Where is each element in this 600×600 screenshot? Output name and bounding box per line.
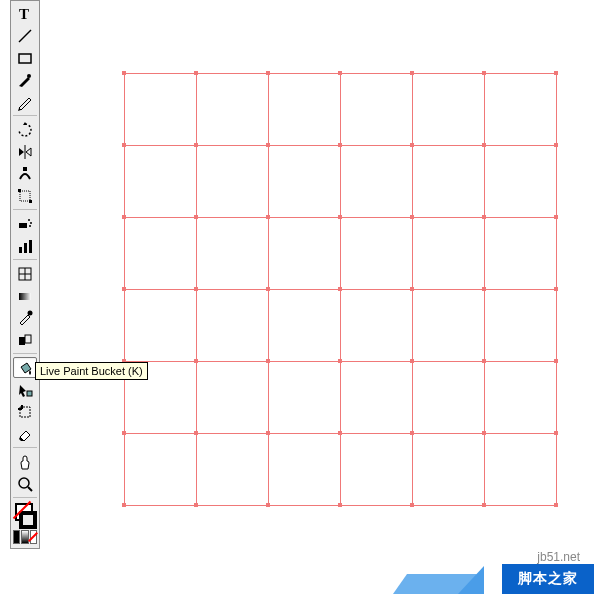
- eraser-tool[interactable]: [13, 423, 37, 444]
- grid-line: [268, 73, 269, 505]
- anchor-point[interactable]: [194, 359, 198, 363]
- anchor-point[interactable]: [482, 431, 486, 435]
- hand-tool[interactable]: [13, 451, 37, 472]
- eyedropper-tool-icon: [16, 309, 34, 327]
- tooltip-text: Live Paint Bucket (K): [40, 365, 143, 377]
- svg-rect-2: [19, 54, 31, 63]
- color-mode-gradient[interactable]: [21, 530, 28, 544]
- anchor-point[interactable]: [266, 359, 270, 363]
- eyedropper-tool[interactable]: [13, 307, 37, 328]
- anchor-point[interactable]: [482, 215, 486, 219]
- anchor-point[interactable]: [194, 431, 198, 435]
- anchor-point[interactable]: [410, 503, 414, 507]
- anchor-point[interactable]: [266, 71, 270, 75]
- blend-tool[interactable]: [13, 329, 37, 350]
- svg-rect-19: [19, 293, 31, 300]
- anchor-point[interactable]: [554, 143, 558, 147]
- paintbrush-tool[interactable]: [13, 69, 37, 90]
- grid-line: [556, 73, 557, 505]
- mesh-tool-icon: [16, 265, 34, 283]
- crop-area-tool[interactable]: [13, 401, 37, 422]
- canvas[interactable]: [0, 0, 600, 600]
- anchor-point[interactable]: [194, 287, 198, 291]
- anchor-point[interactable]: [338, 359, 342, 363]
- anchor-point[interactable]: [410, 431, 414, 435]
- line-segment-tool[interactable]: [13, 25, 37, 46]
- anchor-point[interactable]: [410, 143, 414, 147]
- live-paint-selection-tool-icon: [16, 381, 34, 399]
- grid-line: [484, 73, 485, 505]
- anchor-point[interactable]: [338, 71, 342, 75]
- anchor-point[interactable]: [194, 215, 198, 219]
- svg-rect-13: [19, 247, 22, 253]
- symbol-sprayer-tool[interactable]: [13, 213, 37, 234]
- tools-panel: T: [10, 0, 40, 549]
- fill-stroke-proxy[interactable]: [13, 501, 37, 529]
- anchor-point[interactable]: [122, 71, 126, 75]
- anchor-point[interactable]: [554, 359, 558, 363]
- anchor-point[interactable]: [410, 287, 414, 291]
- mesh-tool[interactable]: [13, 263, 37, 284]
- rotate-tool[interactable]: [13, 119, 37, 140]
- anchor-point[interactable]: [482, 143, 486, 147]
- anchor-point[interactable]: [554, 503, 558, 507]
- anchor-point[interactable]: [338, 143, 342, 147]
- zoom-tool-icon: [16, 475, 34, 493]
- anchor-point[interactable]: [554, 215, 558, 219]
- anchor-point[interactable]: [554, 71, 558, 75]
- free-transform-tool[interactable]: [13, 185, 37, 206]
- color-mode-solid[interactable]: [13, 530, 20, 544]
- anchor-point[interactable]: [122, 287, 126, 291]
- anchor-point[interactable]: [194, 71, 198, 75]
- gradient-tool-icon: [16, 287, 34, 305]
- anchor-point[interactable]: [338, 503, 342, 507]
- grid-line: [340, 73, 341, 505]
- anchor-point[interactable]: [266, 215, 270, 219]
- svg-point-3: [27, 74, 31, 78]
- reflect-tool[interactable]: [13, 141, 37, 162]
- rectangular-grid-art[interactable]: [124, 73, 556, 505]
- gradient-tool[interactable]: [13, 285, 37, 306]
- anchor-point[interactable]: [410, 215, 414, 219]
- paintbrush-tool-icon: [16, 71, 34, 89]
- warp-tool[interactable]: [13, 163, 37, 184]
- hand-tool-icon: [16, 453, 34, 471]
- svg-rect-6: [20, 191, 30, 201]
- anchor-point[interactable]: [194, 143, 198, 147]
- anchor-point[interactable]: [338, 215, 342, 219]
- anchor-point[interactable]: [266, 143, 270, 147]
- live-paint-selection-tool[interactable]: [13, 379, 37, 400]
- anchor-point[interactable]: [554, 287, 558, 291]
- anchor-point[interactable]: [122, 431, 126, 435]
- anchor-point[interactable]: [122, 503, 126, 507]
- live-paint-bucket-tool-icon: [16, 359, 34, 377]
- color-mode-none[interactable]: [30, 530, 37, 544]
- anchor-point[interactable]: [482, 359, 486, 363]
- pencil-tool[interactable]: [13, 91, 37, 112]
- type-tool[interactable]: T: [13, 3, 37, 24]
- anchor-point[interactable]: [122, 143, 126, 147]
- anchor-point[interactable]: [266, 287, 270, 291]
- color-mode-row: [13, 530, 37, 544]
- anchor-point[interactable]: [554, 431, 558, 435]
- anchor-point[interactable]: [482, 503, 486, 507]
- column-graph-tool[interactable]: [13, 235, 37, 256]
- free-transform-tool-icon: [16, 187, 34, 205]
- anchor-point[interactable]: [410, 71, 414, 75]
- anchor-point[interactable]: [338, 431, 342, 435]
- grid-line: [124, 73, 556, 74]
- anchor-point[interactable]: [482, 287, 486, 291]
- grid-line: [124, 217, 556, 218]
- anchor-point[interactable]: [194, 503, 198, 507]
- anchor-point[interactable]: [266, 503, 270, 507]
- anchor-point[interactable]: [122, 215, 126, 219]
- anchor-point[interactable]: [266, 431, 270, 435]
- live-paint-bucket-tool[interactable]: [13, 357, 37, 378]
- anchor-point[interactable]: [410, 359, 414, 363]
- zoom-tool[interactable]: [13, 473, 37, 494]
- svg-point-27: [19, 478, 29, 488]
- toolbar-divider: [13, 353, 37, 354]
- rectangle-tool[interactable]: [13, 47, 37, 68]
- anchor-point[interactable]: [482, 71, 486, 75]
- anchor-point[interactable]: [338, 287, 342, 291]
